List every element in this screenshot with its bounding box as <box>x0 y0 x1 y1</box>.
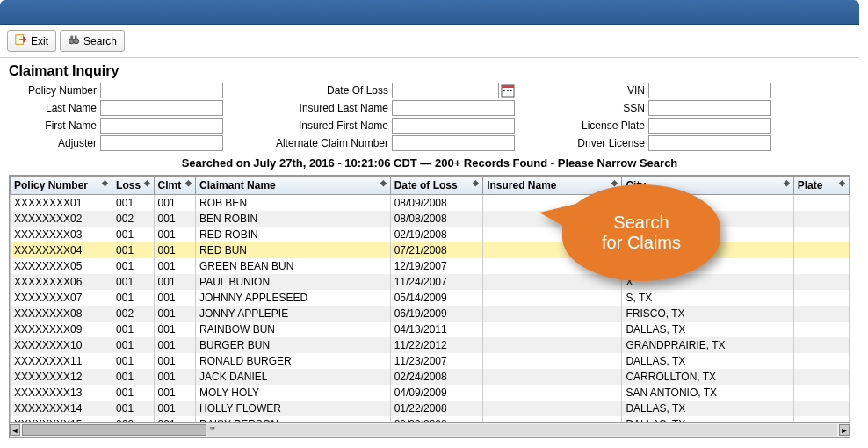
table-row[interactable]: XXXXXXXX14001001HOLLY FLOWER01/22/2008DA… <box>11 401 850 416</box>
column-header-clmt[interactable]: Clmt◆ <box>154 177 195 195</box>
cell-clmt: 001 <box>154 211 195 227</box>
column-header-claimant_name[interactable]: Claimant Name◆ <box>196 177 391 195</box>
cell-clmt: 001 <box>154 337 195 353</box>
table-row[interactable]: XXXXXXXX12001001JACK DANIEL02/24/2008CAR… <box>11 369 850 385</box>
cell-date_of_loss: 08/08/2008 <box>390 211 483 227</box>
table-row[interactable]: XXXXXXXX13001001MOLY HOLY04/09/2009SAN A… <box>11 385 850 401</box>
calendar-icon[interactable] <box>501 83 515 98</box>
table-row[interactable]: XXXXXXXX09001001RAINBOW BUN04/13/2011DAL… <box>11 322 850 337</box>
table-row[interactable]: XXXXXXXX06001001PAUL BUNION11/24/2007X <box>11 274 850 290</box>
column-header-plate[interactable]: Plate◆ <box>793 177 849 195</box>
cell-clmt: 001 <box>154 242 195 258</box>
cell-claimant_name: PAUL BUNION <box>196 274 391 290</box>
svg-rect-6 <box>502 85 514 88</box>
cell-claimant_name: JOHNNY APPLESEED <box>196 290 391 306</box>
insured-last-name-input[interactable] <box>392 100 515 116</box>
cell-loss: 001 <box>112 353 154 369</box>
vin-label: VIN <box>557 84 645 97</box>
table-row[interactable]: XXXXXXXX03001001RED ROBIN02/19/2008 <box>11 227 850 242</box>
cell-city: DALLAS, TX <box>622 401 793 416</box>
last-name-input[interactable] <box>100 100 223 116</box>
table-row[interactable]: XXXXXXXX02002001BEN ROBIN08/08/2008TX <box>11 211 850 227</box>
column-header-policy[interactable]: Policy Number◆ <box>11 177 112 195</box>
search-button[interactable]: Search <box>60 30 125 52</box>
cell-policy: XXXXXXXX10 <box>11 337 112 353</box>
sort-icon[interactable]: ◆ <box>185 179 192 186</box>
vin-input[interactable] <box>648 83 771 98</box>
sort-icon[interactable]: ◆ <box>102 179 108 186</box>
table-row[interactable]: XXXXXXXX01001001ROB BEN08/09/2008ON, TX <box>11 195 850 212</box>
cell-date_of_loss: 08/09/2008 <box>390 195 483 212</box>
cell-city: DALLAS, TX <box>622 353 793 369</box>
insured-first-name-input[interactable] <box>392 118 515 134</box>
cell-claimant_name: GREEN BEAN BUN <box>196 258 391 274</box>
cell-date_of_loss: 04/13/2011 <box>390 322 483 337</box>
cell-claimant_name: MOLY HOLY <box>196 385 391 401</box>
horizontal-scrollbar[interactable]: ◄ ''' ► <box>10 422 850 437</box>
sort-icon[interactable]: ◆ <box>839 179 845 186</box>
cell-loss: 001 <box>112 195 154 212</box>
title-bar <box>0 0 859 25</box>
date-of-loss-input[interactable] <box>392 83 499 98</box>
cell-claimant_name: RED ROBIN <box>196 227 391 242</box>
cell-plate <box>793 195 849 212</box>
cell-loss: 002 <box>112 306 154 322</box>
adjuster-label: Adjuster <box>9 137 97 149</box>
sort-icon[interactable]: ◆ <box>144 179 150 186</box>
cell-clmt: 001 <box>154 401 195 416</box>
adjuster-input[interactable] <box>100 135 223 151</box>
driver-license-input[interactable] <box>648 135 771 151</box>
cell-clmt: 001 <box>154 322 195 337</box>
first-name-input[interactable] <box>100 118 223 134</box>
scroll-thumb[interactable] <box>22 424 206 436</box>
exit-label: Exit <box>31 35 48 47</box>
cell-loss: 001 <box>112 227 154 242</box>
cell-plate <box>793 227 849 242</box>
sort-icon[interactable]: ◆ <box>784 179 790 186</box>
cell-loss: 001 <box>112 337 154 353</box>
table-scroll[interactable]: Policy Number◆Loss◆Clmt◆Claimant Name◆Da… <box>10 176 850 422</box>
exit-button[interactable]: Exit <box>7 30 56 52</box>
column-header-date_of_loss[interactable]: Date of Loss◆ <box>390 177 483 195</box>
cell-policy: XXXXXXXX12 <box>11 369 112 385</box>
sort-icon[interactable]: ◆ <box>380 179 387 186</box>
cell-plate <box>793 274 849 290</box>
cell-date_of_loss: 11/24/2007 <box>390 274 483 290</box>
column-header-loss[interactable]: Loss◆ <box>112 177 154 195</box>
cell-date_of_loss: 12/19/2007 <box>390 258 483 274</box>
ssn-input[interactable] <box>648 100 771 116</box>
table-row[interactable]: XXXXXXXX11001001RONALD BURGER11/23/2007D… <box>11 353 850 369</box>
cell-city: FRISCO, TX <box>622 306 793 322</box>
table-row[interactable]: XXXXXXXX07001001JOHNNY APPLESEED05/14/20… <box>11 290 850 306</box>
table-row[interactable]: XXXXXXXX08002001JONNY APPLEPIE06/19/2009… <box>11 306 850 322</box>
cell-date_of_loss: 06/19/2009 <box>390 306 483 322</box>
cell-clmt: 001 <box>154 369 195 385</box>
sort-icon[interactable]: ◆ <box>473 179 479 186</box>
cell-policy: XXXXXXXX13 <box>11 385 112 401</box>
cell-loss: 001 <box>112 242 154 258</box>
table-row[interactable]: XXXXXXXX04001001RED BUN07/21/2008K, TX <box>11 242 850 258</box>
cell-clmt: 001 <box>154 258 195 274</box>
cell-city: SAN ANTONIO, TX <box>622 385 793 401</box>
table-row[interactable]: XXXXXXXX05001001GREEN BEAN BUN12/19/2007 <box>11 258 850 274</box>
scroll-right-button[interactable]: ► <box>839 424 850 436</box>
policy-number-input[interactable] <box>100 83 223 98</box>
cell-insured_name <box>483 385 622 401</box>
cell-date_of_loss: 04/09/2009 <box>390 385 483 401</box>
cell-loss: 001 <box>112 322 154 337</box>
license-plate-input[interactable] <box>648 118 771 134</box>
cell-date_of_loss: 02/19/2008 <box>390 227 483 242</box>
table-row[interactable]: XXXXXXXX10001001BURGER BUN11/22/2012GRAN… <box>11 337 850 353</box>
cell-city: S, TX <box>622 290 793 306</box>
scroll-left-button[interactable]: ◄ <box>10 424 20 436</box>
cell-clmt: 001 <box>154 385 195 401</box>
exit-icon <box>15 33 27 48</box>
svg-rect-3 <box>71 36 74 40</box>
svg-rect-9 <box>510 90 512 91</box>
cell-policy: XXXXXXXX04 <box>11 242 112 258</box>
driver-license-label: Driver License <box>557 137 645 149</box>
svg-rect-8 <box>507 90 509 91</box>
cell-plate <box>793 385 849 401</box>
cell-city: CARROLLTON, TX <box>622 369 793 385</box>
alt-claim-number-input[interactable] <box>392 135 515 151</box>
